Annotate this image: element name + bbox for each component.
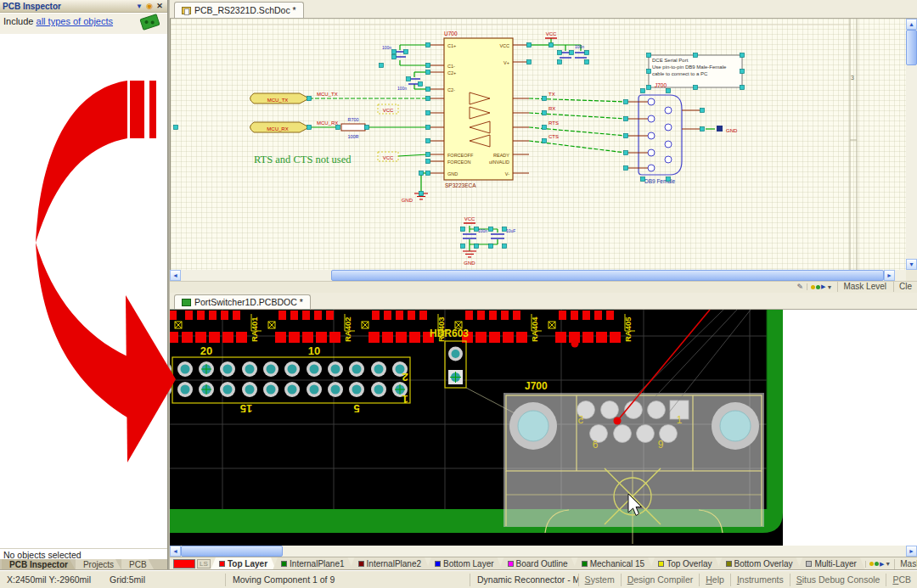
schematic-hscrollbar[interactable]: ◄ ► [170,270,906,281]
pcb-chip-icon [139,14,160,31]
chevron-down-icon[interactable]: ▼ [134,3,144,10]
tab-pcb[interactable]: PCB [121,559,155,570]
svg-text:15: 15 [240,402,252,415]
svg-text:1: 1 [677,414,683,426]
panel-titlebar[interactable]: PCB Inspector ▼ ◉ ✕ [0,0,167,13]
layer-color-icon [219,561,225,567]
pcb-status-right: ▶ ▼ Mask Level Cle [865,559,917,569]
pcb-hscrollbar[interactable]: ◄ ► [170,546,917,557]
svg-text:C1-: C1- [447,64,455,69]
pushpin-icon[interactable]: ◉ [144,2,155,10]
svg-text:100n: 100n [478,228,487,233]
sheet-zone-label: 3 [851,75,854,81]
mode-status: Dynamic Reconnector - Moving 1 Object(s)… [470,574,578,586]
filter-icons[interactable]: ▶ ▼ [807,283,835,290]
inspector-body[interactable] [0,34,167,548]
svg-text:VCC: VCC [383,108,394,113]
layer-tab-bottom-layer[interactable]: Bottom Layer [426,557,502,570]
svg-text:V-: V- [505,171,509,176]
svg-text:cable to connect to a PC: cable to connect to a PC [652,71,708,76]
svg-text:Use pin-to-pin DB9 Male-Female: Use pin-to-pin DB9 Male-Female [652,64,727,70]
svg-text:RA405: RA405 [623,316,633,342]
tab-pcb-inspector[interactable]: PCB Inspector [2,559,76,570]
tab-projects[interactable]: Projects [76,559,121,570]
hscroll-thumb [331,270,884,281]
svg-text:GND: GND [726,128,738,133]
cursor-coordinates: X:2450mil Y:-2960mil [7,574,91,586]
svg-text:RA401: RA401 [250,316,259,342]
layer-tab-top-layer[interactable]: Top Layer [211,557,276,570]
pcb-doc-tabbar: PortSwitcher1D.PCBDOC * [170,293,917,310]
play-icon: ▶ [880,561,884,568]
svg-text:FORCEON: FORCEON [447,160,471,165]
help-button[interactable]: Help [699,574,730,586]
pcb-canvas[interactable]: RA401 RA402 RA403 RA404 RA405 [170,310,917,546]
mask-level-button[interactable]: Mask Level [894,559,917,569]
filter-icons[interactable]: ▶ ▼ [865,561,894,568]
layer-tab-top-overlay[interactable]: Top Overlay [650,557,720,570]
include-row: Include all types of objects [0,14,167,34]
schematic-vscrollbar[interactable]: ▲ ▼ [906,19,917,270]
layer-tab-internalplane2[interactable]: InternalPlane2 [350,557,430,570]
ic-designator: U700 [444,31,458,36]
pcbdoc-icon [182,299,191,306]
pcb-button[interactable]: PCB [886,574,917,586]
svg-text:RTS: RTS [549,120,559,126]
db9-type-label: DB9 Female [644,178,676,184]
instruments-button[interactable]: Instruments [730,574,790,586]
sheet-ports[interactable]: MCU_TX MCU_RX [250,93,310,132]
svg-text:MCU_TX: MCU_TX [317,92,338,97]
j700-footprint-dragged[interactable]: 5 1 6 9 [504,393,764,544]
layer-color-icon [726,561,732,567]
doc-tab-pcb[interactable]: PortSwitcher1D.PCBDOC * [174,294,311,309]
svg-text:C2+: C2+ [447,70,456,76]
edit-icon[interactable]: ✎ [797,283,806,291]
svg-text:100n: 100n [397,86,407,91]
close-icon[interactable]: ✕ [155,2,165,10]
resistor-arrays[interactable]: RA401 RA402 RA403 RA404 RA405 [170,311,635,343]
pin-header[interactable]: 20 10 15 5 2 1 [170,344,410,415]
clear-button[interactable]: Cle [893,282,917,292]
schematic-drawing: 3 U700 SP3223ECA C1+ C1- C2+ C2- FORCEOF… [171,19,906,270]
active-layer-swatch[interactable] [173,559,195,568]
funnel-icon: ▼ [826,284,832,290]
doc-tab-schematic[interactable]: PCB_RS2321D.SchDoc * [174,2,304,18]
design-compiler-button[interactable]: Design Compiler [621,574,700,586]
doc-tab-label: PortSwitcher1D.PCBDOC * [194,297,303,307]
status-bar: X:2450mil Y:-2960mil Grid:5mil Moving Co… [0,570,917,588]
hscroll-thumb [181,546,283,557]
mask-level-button[interactable]: Mask Level [837,282,892,292]
pcb-inspector-panel: PCB Inspector ▼ ◉ ✕ Include all types of… [0,0,167,570]
layer-select-button[interactable]: LS [197,559,211,568]
layer-tab-multi-layer[interactable]: Multi-Layer [797,557,864,570]
svg-text:V+: V+ [504,60,509,65]
svg-text:100n: 100n [382,45,391,50]
resistor-r700[interactable]: R700 100R [341,117,365,139]
svg-text:CTS: CTS [549,134,559,139]
layer-color-icon [508,561,514,567]
schematic-editor-pane: PCB_RS2321D.SchDoc * 3 U700 SP3223ECA C1… [170,0,917,293]
svg-text:20: 20 [200,344,212,357]
ic-sp3223[interactable]: U700 SP3223ECA C1+ C1- C2+ C2- FORCEOFF … [428,31,529,188]
db9-connector[interactable]: J700 DB9 Female [626,82,702,184]
scroll-right-icon: ► [884,270,895,281]
schematic-status-strip: ✎ ▶ ▼ Mask Level Cle [170,281,917,292]
system-button[interactable]: System [578,574,621,586]
layer-color-icon [582,561,588,567]
svg-text:FORCEOFF: FORCEOFF [447,153,474,158]
doc-tab-label: PCB_RS2321D.SchDoc * [194,5,296,15]
svg-text:GND: GND [402,198,413,203]
schematic-annotation: RTS and CTS not used [254,154,352,165]
include-types-link[interactable]: all types of objects [37,16,114,26]
selection-status: No objects selected [0,548,167,559]
schematic-canvas[interactable]: 3 U700 SP3223ECA C1+ C1- C2+ C2- FORCEOF… [170,19,906,270]
layer-tab-mechanical-15[interactable]: Mechanical 15 [573,557,653,570]
layer-tab-internalplane1[interactable]: InternalPlane1 [273,557,353,570]
layer-color-icon [806,561,812,567]
svg-text:READY: READY [493,153,509,158]
layer-tab-board-outline[interactable]: Board Outline [499,557,577,570]
layer-tab-bottom-overlay[interactable]: Bottom Overlay [717,557,802,570]
situs-debug-console-button[interactable]: Situs Debug Console [790,574,886,586]
scroll-left-icon: ◄ [170,270,181,281]
db9-designator: J700 [655,82,667,88]
